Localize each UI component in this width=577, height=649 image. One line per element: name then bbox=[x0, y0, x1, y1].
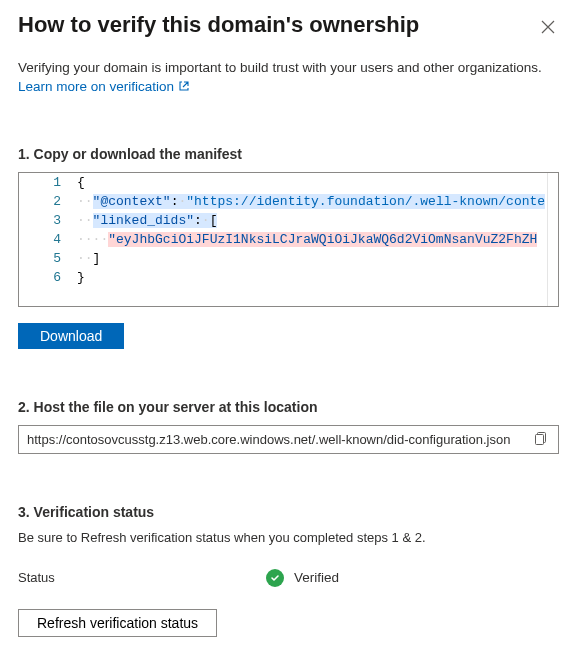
code-line: { bbox=[77, 173, 558, 192]
line-number: 3 bbox=[19, 211, 77, 230]
code-line: ····"eyJhbGciOiJFUzI1NksiLCJraWQiOiJkaWQ… bbox=[77, 230, 558, 249]
code-line: ··] bbox=[77, 249, 558, 268]
step1-title: 1. Copy or download the manifest bbox=[18, 146, 559, 162]
line-number: 1 bbox=[19, 173, 77, 192]
code-line: } bbox=[77, 268, 558, 287]
learn-more-label: Learn more on verification bbox=[18, 79, 174, 94]
page-title: How to verify this domain's ownership bbox=[18, 12, 419, 38]
line-number: 6 bbox=[19, 268, 77, 287]
host-url-text: https://contosovcusstg.z13.web.core.wind… bbox=[27, 432, 510, 447]
manifest-code-box[interactable]: 1{ 2··"@context":·"https://identity.foun… bbox=[18, 172, 559, 307]
line-number: 5 bbox=[19, 249, 77, 268]
copy-icon bbox=[534, 431, 548, 445]
intro-text: Verifying your domain is important to bu… bbox=[18, 59, 559, 78]
code-line: ··"linked_dids":·[ bbox=[77, 211, 558, 230]
status-value: Verified bbox=[294, 570, 339, 585]
verified-check-icon bbox=[266, 569, 284, 587]
close-icon bbox=[541, 20, 555, 34]
host-url-box: https://contosovcusstg.z13.web.core.wind… bbox=[18, 425, 559, 454]
line-number: 4 bbox=[19, 230, 77, 249]
external-link-icon bbox=[178, 80, 190, 92]
step2-title: 2. Host the file on your server at this … bbox=[18, 399, 559, 415]
status-note: Be sure to Refresh verification status w… bbox=[18, 530, 559, 545]
svg-rect-1 bbox=[536, 434, 544, 444]
copy-url-button[interactable] bbox=[532, 431, 550, 448]
refresh-status-button[interactable]: Refresh verification status bbox=[18, 609, 217, 637]
download-button[interactable]: Download bbox=[18, 323, 124, 349]
learn-more-link[interactable]: Learn more on verification bbox=[18, 79, 190, 94]
close-button[interactable] bbox=[537, 16, 559, 41]
status-row: Status Verified bbox=[18, 569, 559, 587]
code-line: ··"@context":·"https://identity.foundati… bbox=[77, 192, 558, 211]
code-minimap-border bbox=[547, 173, 548, 306]
status-label: Status bbox=[18, 570, 266, 585]
step3-title: 3. Verification status bbox=[18, 504, 559, 520]
line-number: 2 bbox=[19, 192, 77, 211]
